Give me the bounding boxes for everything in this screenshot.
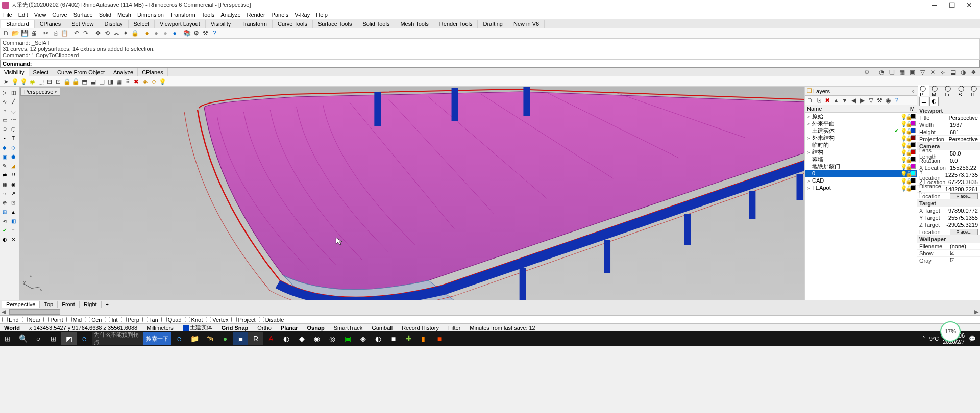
property-value[interactable]: ☑ xyxy=(950,250,978,256)
layer-state-icons[interactable]: 💡🔒 xyxy=(900,157,916,162)
rect-tool-icon[interactable]: ▭ xyxy=(1,116,9,124)
group2-icon[interactable]: ⬓ xyxy=(89,78,97,86)
print-icon[interactable]: 🖨 xyxy=(30,29,38,37)
layer-twisty-icon[interactable]: ▹ xyxy=(806,149,811,156)
osnap-tan[interactable]: Tan xyxy=(142,317,158,323)
menu-view[interactable]: View xyxy=(33,12,47,18)
property-value[interactable]: (none) xyxy=(950,243,978,249)
undo-icon[interactable]: ↶ xyxy=(72,29,81,37)
status-item[interactable]: Grid Snap xyxy=(219,325,251,331)
edit-tool-icon[interactable]: ✎ xyxy=(1,162,9,170)
layer-on-icon[interactable]: 💡 xyxy=(900,164,905,169)
toolbar-tab[interactable]: Solid Tools xyxy=(357,20,395,28)
toolbar-tab[interactable]: Surface Tools xyxy=(313,20,357,28)
osnap-checkbox[interactable] xyxy=(66,317,72,322)
app1-icon[interactable]: ◩ xyxy=(61,332,77,345)
osnap-mid[interactable]: Mid xyxy=(66,317,82,323)
sub-tab[interactable]: Curve From Object xyxy=(53,68,109,76)
toolbar-tab[interactable]: CPlanes xyxy=(35,20,67,28)
sub-tab[interactable]: Analyze xyxy=(109,68,138,76)
points-off-icon[interactable]: ✖ xyxy=(132,78,140,86)
misc-tool-icon[interactable]: ◐ xyxy=(1,235,9,243)
display-panel-icon[interactable]: ▦ xyxy=(897,68,906,77)
polygon-tool-icon[interactable]: ⬡ xyxy=(9,125,17,133)
layer-twisty-icon[interactable]: ▹ xyxy=(806,177,811,184)
join-icon[interactable]: ⫘ xyxy=(112,29,120,37)
tray-up-icon[interactable]: ˄ xyxy=(922,335,925,342)
fillet-tool-icon[interactable]: ◢ xyxy=(9,162,17,170)
groundplane-panel-icon[interactable]: ⬓ xyxy=(948,68,958,77)
layer-color-swatch[interactable] xyxy=(911,128,916,133)
explode-icon[interactable]: ✦ xyxy=(121,29,130,37)
pointer-tool-icon[interactable]: ▷ xyxy=(1,88,9,96)
new-icon[interactable]: 🗋 xyxy=(2,29,10,37)
property-row[interactable]: Width1937 xyxy=(917,121,980,128)
property-value[interactable]: 97890.0772 xyxy=(948,208,978,214)
start-button[interactable]: ⊞ xyxy=(0,332,15,345)
help-panel-icon[interactable]: ❖ xyxy=(969,68,978,77)
layers-icon[interactable]: 📚 xyxy=(183,29,191,37)
layer-lock-icon[interactable]: 🔒 xyxy=(905,149,911,154)
layer-lock-icon[interactable]: 🔒 xyxy=(905,164,911,169)
autocad-icon[interactable]: A xyxy=(263,332,279,345)
point-tool-icon[interactable]: • xyxy=(1,134,9,142)
menu-panels[interactable]: Panels xyxy=(271,12,290,18)
osnap-perp[interactable]: Perp xyxy=(121,317,139,323)
layer-state-icons[interactable]: 💡🔒 xyxy=(900,171,916,176)
pointer-icon[interactable]: ➤ xyxy=(2,78,10,86)
redo-icon[interactable]: ↷ xyxy=(82,29,90,37)
extrude-tool-icon[interactable]: ⬢ xyxy=(9,152,17,161)
status-item[interactable]: Record History xyxy=(400,325,441,331)
viewport-tab[interactable]: Perspective xyxy=(2,301,40,308)
app-icon-6[interactable]: ◈ xyxy=(355,332,371,345)
properties-tool-icon[interactable]: ⊡ xyxy=(9,198,17,206)
property-row[interactable]: ProjectionPerspective xyxy=(917,136,980,143)
layer-row[interactable]: 土建实体✔💡🔒 xyxy=(805,127,917,134)
menu-transform[interactable]: Transform xyxy=(169,12,197,18)
layer-lock-icon[interactable]: 🔒 xyxy=(905,121,911,126)
property-row[interactable]: LocationPlace... xyxy=(917,193,980,200)
osnap-disable[interactable]: Disable xyxy=(259,317,284,323)
copy-icon[interactable]: ⎘ xyxy=(51,29,59,37)
layer-color-swatch[interactable] xyxy=(911,164,916,169)
end-tool-icon[interactable]: ✕ xyxy=(9,235,17,243)
menu-edit[interactable]: Edit xyxy=(17,12,29,18)
layer-on-icon[interactable]: 💡 xyxy=(900,178,905,183)
toolbar-tab[interactable]: Drafting xyxy=(478,20,508,28)
property-row[interactable]: Filename(none) xyxy=(917,243,980,250)
property-value[interactable]: 1937 xyxy=(950,122,978,128)
taskview-icon[interactable]: ⊞ xyxy=(46,332,61,345)
osnap-quad[interactable]: Quad xyxy=(161,317,182,323)
layer-state-icons[interactable]: 💡🔒 xyxy=(900,121,916,126)
rhino-icon[interactable]: R xyxy=(248,332,263,345)
sub-tab[interactable]: Visibility xyxy=(0,68,29,76)
property-row[interactable]: Y Target25575.1355 xyxy=(917,214,980,221)
rotate-icon[interactable]: ⟲ xyxy=(103,29,111,37)
property-value[interactable]: 50.0 xyxy=(950,150,978,157)
hide-swap-icon[interactable]: ⬚ xyxy=(37,78,45,86)
viewport-tool-icon[interactable]: ◧ xyxy=(9,217,17,225)
property-value[interactable]: Perspective xyxy=(949,136,978,142)
app-icon-8[interactable]: ■ xyxy=(386,332,401,345)
layer-color-swatch[interactable] xyxy=(911,185,916,190)
layer-on-icon[interactable]: 💡 xyxy=(900,135,905,140)
property-value[interactable]: 148200.2261 xyxy=(945,186,978,192)
arc-tool-icon[interactable]: ◡ xyxy=(9,107,17,115)
menu-mesh[interactable]: Mesh xyxy=(116,12,132,18)
toolbar-tab[interactable]: New in V6 xyxy=(508,20,545,28)
osnap-project[interactable]: Project xyxy=(231,317,255,323)
status-item[interactable]: Filter xyxy=(446,325,462,331)
scroll-left-icon[interactable]: ◀ xyxy=(0,308,7,315)
search-button[interactable]: 🔍 xyxy=(15,332,31,345)
layer-lock-icon[interactable]: 🔒 xyxy=(905,157,911,162)
viewport-canvas[interactable]: x y z xyxy=(19,87,804,300)
properties-panel-icon[interactable]: ◔ xyxy=(877,68,886,77)
polyline-tool-icon[interactable]: ∿ xyxy=(1,97,9,106)
boxedit-panel-icon[interactable]: ▣ xyxy=(908,68,917,77)
hide-icon[interactable]: ⊟ xyxy=(45,78,54,86)
menu-surface[interactable]: Surface xyxy=(72,12,94,18)
osnap-vertex[interactable]: Vertex xyxy=(206,317,228,323)
show-sel-icon[interactable]: ◉ xyxy=(28,78,36,86)
osnap-checkbox[interactable] xyxy=(206,317,211,322)
ellipse-tool-icon[interactable]: ⬭ xyxy=(1,125,9,133)
